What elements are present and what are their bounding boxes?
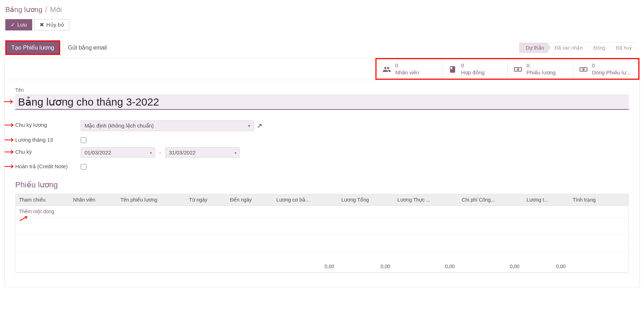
salary-cycle-value: Mặc định (không lệch chuẩn) xyxy=(85,123,154,129)
total-basic: 0,00 xyxy=(273,253,338,272)
users-icon xyxy=(382,64,392,73)
totals-row: 0,00 0,00 0,00 0,00 0,00 xyxy=(16,253,628,272)
status-step-draft[interactable]: Dự thảo xyxy=(519,43,551,53)
save-label: Lưu xyxy=(17,22,27,28)
total-net: 0,00 xyxy=(394,253,458,272)
annotation-arrow-icon xyxy=(3,99,14,104)
stat-contracts-label: Hợp đồng xyxy=(461,69,484,76)
annotation-arrow-icon xyxy=(4,164,15,169)
spacer-row xyxy=(16,235,628,253)
svg-rect-2 xyxy=(580,68,587,71)
total-cost: 0,00 xyxy=(458,253,523,272)
stat-buttons-highlight: 0 Nhân viên 0 Hợp đồng 0 Phi xyxy=(375,58,639,80)
col-payslip-name[interactable]: Tên phiếu lương xyxy=(117,194,185,206)
save-button[interactable]: ✓ Lưu xyxy=(5,19,32,30)
col-actions xyxy=(618,194,628,206)
stat-contracts[interactable]: 0 Hợp đồng xyxy=(442,59,507,79)
stat-payslips-value: 0 xyxy=(527,62,556,69)
status-bar: Dự thảo Đã xác nhận Đóng Đã huỷ xyxy=(519,43,639,53)
stat-payslip-lines-value: 0 xyxy=(592,62,631,69)
salary-cycle-label: Chu kỳ lương xyxy=(15,120,81,128)
breadcrumb-current: Mới xyxy=(50,5,62,14)
credit-note-checkbox[interactable] xyxy=(81,164,86,170)
add-line-row: Thêm một dòng xyxy=(16,206,628,217)
stat-employees-label: Nhân viên xyxy=(395,69,419,76)
breadcrumb: Bảng lương / Mới xyxy=(5,5,639,14)
send-email-button[interactable]: Gửi bằng email xyxy=(63,41,112,54)
total-salary-t: 0,00 xyxy=(523,253,569,272)
svg-point-3 xyxy=(583,69,584,70)
chevron-down-icon: ▾ xyxy=(150,151,152,154)
chevron-down-icon: ▾ xyxy=(235,151,236,154)
stat-payslip-lines-label: Dòng Phiếu lư... xyxy=(592,69,631,76)
col-salary-t[interactable]: Lương t... xyxy=(523,194,569,206)
status-step-closed[interactable]: Đóng xyxy=(587,43,612,53)
toolbar: ✓ Lưu ✖ Hủy bỏ xyxy=(5,19,639,30)
payslip-section-title: Phiếu lương xyxy=(15,180,629,190)
col-status[interactable]: Tình trạng xyxy=(569,194,618,206)
col-basic-salary[interactable]: Lương cơ bả... xyxy=(273,194,338,206)
month13-checkbox[interactable] xyxy=(81,137,86,143)
date-to-input[interactable]: 31/03/2022 ▾ xyxy=(165,147,240,158)
col-reference[interactable]: Tham chiếu xyxy=(16,194,69,206)
credit-note-label: Hoàn trả (Credit Note) xyxy=(15,162,81,170)
check-icon: ✓ xyxy=(11,22,15,28)
breadcrumb-separator: / xyxy=(45,6,47,14)
col-to-date[interactable]: Đến ngày xyxy=(226,194,273,206)
total-gross: 0,00 xyxy=(338,253,393,272)
svg-point-1 xyxy=(517,69,519,70)
money-icon xyxy=(513,64,523,73)
svg-rect-0 xyxy=(514,68,522,71)
stat-employees-value: 0 xyxy=(395,62,419,69)
highlight-box: Tạo Phiếu lương xyxy=(5,40,60,55)
col-from-date[interactable]: Từ ngày xyxy=(185,194,226,206)
book-icon xyxy=(448,64,458,74)
col-net-salary[interactable]: Lương Thực ... xyxy=(394,194,458,206)
stat-payslips[interactable]: 0 Phiếu lương xyxy=(507,59,573,79)
chevron-down-icon: ▼ xyxy=(247,124,251,128)
annotation-arrow-icon xyxy=(4,123,15,128)
title-field-label: Tên xyxy=(15,87,629,93)
salary-cycle-select[interactable]: Mặc định (không lệch chuẩn) ▼ xyxy=(81,120,254,131)
month13-label: Lương tháng 13 xyxy=(15,135,81,143)
col-gross-salary[interactable]: Lương Tổng xyxy=(338,194,393,206)
stat-contracts-value: 0 xyxy=(461,62,484,69)
annotation-arrow-icon xyxy=(4,149,15,154)
status-step-cancelled[interactable]: Đã huỷ xyxy=(609,43,639,53)
create-payslip-button[interactable]: Tạo Phiếu lương xyxy=(6,41,59,54)
stat-payslip-lines[interactable]: 0 Dòng Phiếu lư... xyxy=(573,59,638,79)
external-link-icon[interactable]: ↗ xyxy=(257,122,262,130)
table-header-row: Tham chiếu Nhân viên Tên phiếu lương Từ … xyxy=(16,194,628,206)
stat-payslips-label: Phiếu lương xyxy=(527,69,556,76)
status-step-confirmed[interactable]: Đã xác nhận xyxy=(548,43,590,53)
breadcrumb-parent[interactable]: Bảng lương xyxy=(5,5,42,14)
action-bar: Tạo Phiếu lương Gửi bằng email Dự thảo Đ… xyxy=(0,38,644,58)
discard-label: Hủy bỏ xyxy=(46,22,64,28)
date-from-value: 01/03/2022 xyxy=(85,149,111,155)
col-company-cost[interactable]: Chi phí Công... xyxy=(458,194,523,206)
payslip-table: Tham chiếu Nhân viên Tên phiếu lương Từ … xyxy=(16,194,628,272)
annotation-arrow-icon xyxy=(18,216,29,221)
close-icon: ✖ xyxy=(40,22,44,28)
form-sheet: 0 Nhân viên 0 Hợp đồng 0 Phi xyxy=(4,58,640,287)
period-label: Chu kỳ xyxy=(15,147,81,155)
stat-buttons-container: 0 Nhân viên 0 Hợp đồng 0 Phi xyxy=(5,58,639,80)
add-line-link[interactable]: Thêm một dòng xyxy=(19,209,54,214)
date-from-input[interactable]: 01/03/2022 ▾ xyxy=(81,147,155,158)
discard-button[interactable]: ✖ Hủy bỏ xyxy=(34,19,69,30)
date-to-value: 31/03/2022 xyxy=(169,149,196,155)
title-input[interactable] xyxy=(15,94,629,110)
annotation-arrow-icon xyxy=(4,137,15,142)
date-separator: - xyxy=(159,150,161,155)
stat-employees[interactable]: 0 Nhân viên xyxy=(376,59,442,79)
money-icon xyxy=(579,64,588,73)
spacer-row xyxy=(16,217,628,235)
col-employee[interactable]: Nhân viên xyxy=(69,194,117,206)
